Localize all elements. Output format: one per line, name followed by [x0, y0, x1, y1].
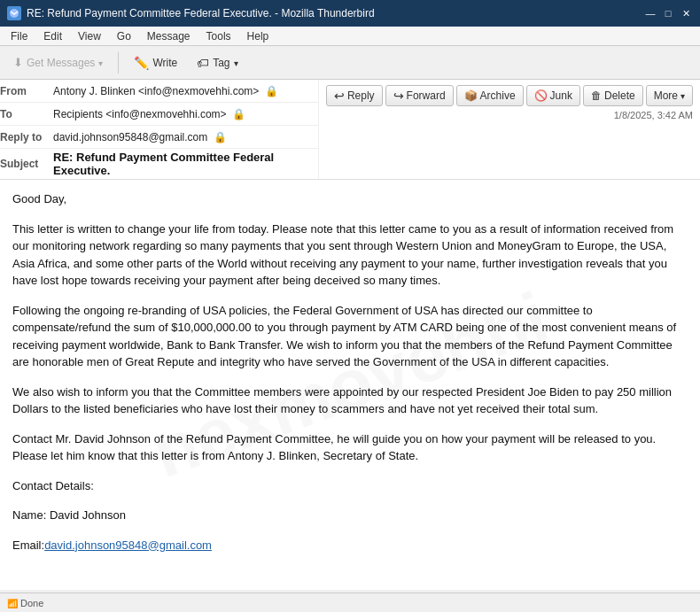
- menu-help[interactable]: Help: [240, 28, 276, 44]
- from-label: From: [0, 85, 53, 97]
- body-content: Good Day, This letter is written to chan…: [12, 190, 688, 554]
- toolbar: Get Messages Write Tag: [0, 46, 700, 80]
- menu-edit[interactable]: Edit: [36, 28, 69, 44]
- menu-view[interactable]: View: [71, 28, 108, 44]
- greeting: Good Day,: [12, 190, 688, 208]
- reply-to-row: Reply to david.johnson95848@gmail.com 🔒: [0, 126, 318, 149]
- action-area: Reply Forward Archive Junk Delete More: [318, 80, 700, 179]
- tag-icon: [197, 56, 209, 70]
- title-bar: RE: Refund Payment Committee Federal Exe…: [0, 0, 700, 27]
- reply-to-value: david.johnson95848@gmail.com 🔒: [53, 131, 227, 143]
- write-button[interactable]: Write: [126, 51, 185, 74]
- reply-to-lock-icon: 🔒: [214, 131, 227, 143]
- email-contact-label: Email:: [12, 538, 44, 552]
- reply-to-label: Reply to: [0, 131, 53, 143]
- more-chevron-icon: [681, 89, 685, 102]
- name-label: Name: David Johnson: [12, 507, 688, 524]
- email-contact: Email:david.johnson95848@gmail.com: [12, 537, 688, 554]
- get-messages-chevron-icon: [98, 57, 103, 69]
- delete-icon: [591, 89, 602, 102]
- menu-tools[interactable]: Tools: [199, 28, 238, 44]
- to-label: To: [0, 108, 53, 120]
- minimize-button[interactable]: —: [643, 6, 657, 20]
- status-bar: Done: [0, 593, 700, 612]
- paragraph-2: Following the ongoing re-branding of USA…: [12, 302, 688, 371]
- contact-header: Contact Details:: [12, 477, 688, 495]
- email-header: From Antony J. Blinken <info@nexmovehhi.…: [0, 80, 700, 180]
- subject-label: Subject: [0, 158, 53, 170]
- more-button[interactable]: More: [646, 85, 693, 106]
- subject-row: Subject RE: Refund Payment Committee Fed…: [0, 149, 318, 179]
- archive-icon: [464, 89, 478, 102]
- menu-message[interactable]: Message: [140, 28, 198, 44]
- menu-file[interactable]: File: [4, 28, 35, 44]
- status-text: Done: [20, 598, 43, 608]
- subject-value: RE: Refund Payment Committee Federal Exe…: [53, 151, 318, 177]
- app-icon: [7, 6, 21, 20]
- wifi-icon: [7, 598, 18, 608]
- forward-icon: [393, 89, 404, 103]
- email-body[interactable]: nexmovehhi Good Day, This letter is writ…: [0, 180, 700, 590]
- get-messages-icon: [13, 56, 23, 69]
- toolbar-separator-1: [118, 52, 119, 74]
- action-buttons-row: Reply Forward Archive Junk Delete More: [326, 85, 693, 106]
- maximize-button[interactable]: □: [661, 6, 675, 20]
- from-lock-icon: 🔒: [265, 85, 278, 97]
- junk-button[interactable]: Junk: [526, 85, 580, 106]
- paragraph-4: Contact Mr. David Johnson of the Refund …: [12, 430, 688, 465]
- menu-bar: File Edit View Go Message Tools Help: [0, 27, 700, 46]
- window-title: RE: Refund Payment Committee Federal Exe…: [27, 7, 375, 19]
- archive-button[interactable]: Archive: [456, 85, 524, 106]
- to-row: To Recipients <info@nexmovehhi.com> 🔒: [0, 103, 318, 126]
- to-lock-icon: 🔒: [232, 108, 245, 120]
- paragraph-1: This letter is written to change your li…: [12, 221, 688, 290]
- from-value: Antony J. Blinken <info@nexmovehhi.com> …: [53, 85, 278, 97]
- date-display: 1/8/2025, 3:42 AM: [326, 110, 693, 120]
- get-messages-button[interactable]: Get Messages: [5, 51, 111, 74]
- svg-point-0: [10, 9, 19, 18]
- close-button[interactable]: ✕: [679, 6, 693, 20]
- email-fields: From Antony J. Blinken <info@nexmovehhi.…: [0, 80, 318, 179]
- junk-icon: [534, 89, 548, 102]
- from-row: From Antony J. Blinken <info@nexmovehhi.…: [0, 80, 318, 103]
- delete-button[interactable]: Delete: [583, 85, 643, 106]
- to-value: Recipients <info@nexmovehhi.com> 🔒: [53, 108, 245, 120]
- reply-icon: [334, 89, 345, 103]
- email-contact-link[interactable]: david.johnson95848@gmail.com: [44, 538, 212, 552]
- tag-button[interactable]: Tag: [189, 51, 245, 74]
- menu-go[interactable]: Go: [110, 28, 138, 44]
- write-icon: [134, 56, 149, 70]
- reply-button[interactable]: Reply: [326, 85, 383, 106]
- paragraph-3: We also wish to inform you that the Comm…: [12, 383, 688, 418]
- tag-chevron-icon: [234, 57, 238, 69]
- forward-button[interactable]: Forward: [385, 85, 454, 106]
